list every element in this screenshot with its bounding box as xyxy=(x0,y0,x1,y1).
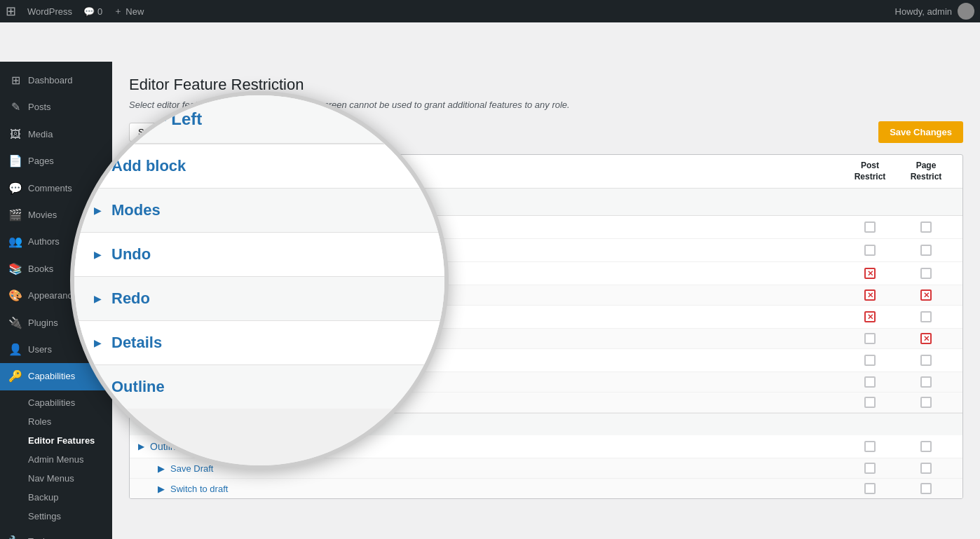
sub-checkbox-post-switch-draft[interactable] xyxy=(842,483,898,494)
sub-checkbox-page-save-draft[interactable] xyxy=(898,463,954,474)
checkbox-post-outline[interactable] xyxy=(842,441,898,452)
submenu-roles[interactable]: Roles xyxy=(0,412,112,431)
sub-cb-page-switch-draft[interactable] xyxy=(920,483,932,494)
checkbox-page-modes[interactable] xyxy=(898,245,954,256)
sidebar-item-users[interactable]: 👤 Users xyxy=(0,336,112,363)
sidebar-item-media[interactable]: 🖼 Media xyxy=(0,121,112,148)
cb-post-outline[interactable] xyxy=(864,441,876,452)
top-bar-right-label: Top Bar - Right xyxy=(138,419,203,430)
submenu-nav-menus[interactable]: Nav Menus xyxy=(0,469,112,488)
feature-name-details: ▶ Details xyxy=(138,355,842,366)
submenu-backup[interactable]: Backup xyxy=(0,488,112,507)
sidebar-item-books[interactable]: 📚 Books xyxy=(0,256,112,282)
checkbox-post-details[interactable] xyxy=(842,355,898,366)
cb-page-details[interactable] xyxy=(920,355,932,366)
sub-cb-page-redo-1[interactable] xyxy=(920,333,932,344)
cb-post-add-block[interactable] xyxy=(864,221,876,233)
submenu-editor-features[interactable]: Editor Features xyxy=(0,431,112,450)
sub-cb-page-save-draft[interactable] xyxy=(920,463,932,474)
cb-post-undo[interactable] xyxy=(864,268,876,279)
sub-cb-page-undo-1[interactable] xyxy=(920,289,932,301)
role-selector[interactable]: Subscriber Editor Author Administrator xyxy=(129,123,210,142)
section-top-bar-left: Top Bar - Left xyxy=(130,189,962,216)
admin-layout: ⊞ Dashboard ✎ Posts 🖼 Media 📄 Pages 💬 Co… xyxy=(0,62,980,539)
sidebar-item-plugins[interactable]: 🔌 Plugins xyxy=(0,310,112,336)
sidebar-item-pages[interactable]: 📄 Pages xyxy=(0,148,112,175)
feature-table: Post Restrict Page Restrict Top Bar - Le… xyxy=(129,154,963,499)
sidebar-label-users: Users xyxy=(28,343,52,356)
checkbox-page-outline[interactable] xyxy=(898,441,954,452)
arrow-icon-redo: ▶ xyxy=(138,312,144,322)
save-changes-button[interactable]: Save Changes xyxy=(878,121,963,143)
checkboxes-details xyxy=(842,355,954,366)
submenu-admin-menus[interactable]: Admin Menus xyxy=(0,450,112,469)
new-link[interactable]: ＋ New xyxy=(114,5,144,18)
sidebar-item-comments[interactable]: 💬 Comments xyxy=(0,175,112,202)
sub-checkbox-post-details-2[interactable] xyxy=(842,397,898,408)
feature-name-add-block: ▶ Add block xyxy=(138,221,842,233)
sub-cb-post-undo-1[interactable] xyxy=(864,289,876,301)
checkbox-page-add-block[interactable] xyxy=(898,221,954,233)
cb-post-modes[interactable] xyxy=(864,245,876,256)
sidebar-label-appearance: Appearance xyxy=(28,289,77,302)
sidebar-item-tools[interactable]: 🔧 Tools xyxy=(0,528,112,539)
dashboard-icon: ⊞ xyxy=(8,73,22,88)
col-post-line1: Post xyxy=(861,161,879,170)
sidebar-item-movies[interactable]: 🎬 Movies xyxy=(0,202,112,228)
sub-checkbox-page-undo-1[interactable] xyxy=(898,289,954,301)
checkbox-post-modes[interactable] xyxy=(842,245,898,256)
movies-icon: 🎬 xyxy=(8,207,22,223)
sub-checkbox-page-switch-draft[interactable] xyxy=(898,483,954,494)
checkbox-post-redo[interactable] xyxy=(842,311,898,322)
role-select[interactable]: Subscriber Editor Author Administrator xyxy=(129,123,210,142)
sub-cb-post-redo-1[interactable] xyxy=(864,333,876,344)
cb-page-redo[interactable] xyxy=(920,311,932,322)
sub-cb-post-switch-draft[interactable] xyxy=(864,483,876,494)
sidebar-item-capabilities[interactable]: 🔑 Capabilities xyxy=(0,363,112,390)
sub-checkbox-post-undo-1[interactable] xyxy=(842,289,898,301)
cb-page-undo[interactable] xyxy=(920,268,932,279)
sidebar-label-books: Books xyxy=(28,263,53,275)
comment-icon: 💬 xyxy=(83,6,95,17)
submenu-settings[interactable]: Settings xyxy=(0,507,112,526)
cb-post-details[interactable] xyxy=(864,355,876,366)
sub-cb-post-details-1[interactable] xyxy=(864,376,876,388)
sidebar-item-authors[interactable]: 👥 Authors xyxy=(0,228,112,255)
cb-page-modes[interactable] xyxy=(920,245,932,256)
sub-cb-post-details-2[interactable] xyxy=(864,397,876,408)
sub-checkboxes-details-1 xyxy=(842,376,954,388)
sidebar-item-dashboard[interactable]: ⊞ Dashboard xyxy=(0,67,112,94)
checkbox-page-redo[interactable] xyxy=(898,311,954,322)
cb-post-redo[interactable] xyxy=(864,311,876,322)
sub-checkbox-post-save-draft[interactable] xyxy=(842,463,898,474)
authors-icon: 👥 xyxy=(8,234,22,250)
sub-checkbox-page-redo-1[interactable] xyxy=(898,333,954,344)
cb-page-outline[interactable] xyxy=(920,441,932,452)
comments-link[interactable]: 💬 0 xyxy=(83,6,102,17)
sub-checkbox-post-details-1[interactable] xyxy=(842,376,898,388)
sub-row-undo-1 xyxy=(130,285,962,306)
sub-checkbox-page-details-1[interactable] xyxy=(898,376,954,388)
sub-cb-page-details-2[interactable] xyxy=(920,397,932,408)
sub-row-save-draft: ▶ Save Draft xyxy=(130,458,962,479)
cb-page-add-block[interactable] xyxy=(920,221,932,233)
sidebar-label-pages: Pages xyxy=(28,155,54,168)
wp-logo-icon[interactable]: ⊞ xyxy=(6,4,16,19)
sidebar-item-posts[interactable]: ✎ Posts xyxy=(0,94,112,121)
checkbox-page-details[interactable] xyxy=(898,355,954,366)
sub-checkbox-post-redo-1[interactable] xyxy=(842,333,898,344)
submenu-capabilities[interactable]: Capabilities xyxy=(0,393,112,412)
sub-checkbox-page-details-2[interactable] xyxy=(898,397,954,408)
sidebar-label-posts: Posts xyxy=(28,101,51,114)
sidebar-item-appearance[interactable]: 🎨 Appearance xyxy=(0,282,112,309)
arrow-icon-undo: ▶ xyxy=(138,268,144,278)
users-icon: 👤 xyxy=(8,342,22,357)
sub-cb-post-save-draft[interactable] xyxy=(864,463,876,474)
checkbox-page-undo[interactable] xyxy=(898,268,954,279)
checkbox-post-undo[interactable] xyxy=(842,268,898,279)
arrow-icon-add-block: ▶ xyxy=(138,222,144,232)
sub-cb-page-details-1[interactable] xyxy=(920,376,932,388)
feature-row-undo: ▶ Undo xyxy=(130,262,962,285)
checkbox-post-add-block[interactable] xyxy=(842,221,898,233)
site-name[interactable]: WordPress xyxy=(27,6,72,17)
